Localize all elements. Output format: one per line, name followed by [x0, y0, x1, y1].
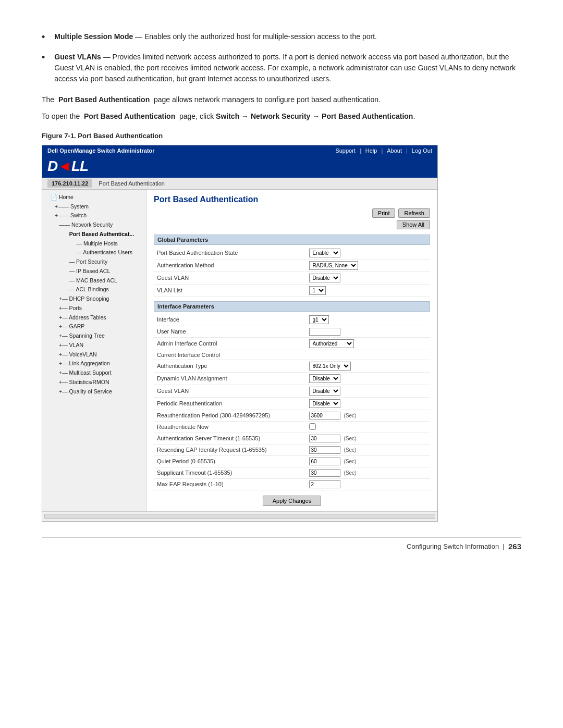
print-button[interactable]: Print [372, 208, 396, 218]
iface-control-auth-type: 802.1x OnlyMAC BasedBoth [306, 360, 431, 372]
header-link-logout[interactable]: Log Out [412, 147, 432, 154]
auth-type-select[interactable]: 802.1x OnlyMAC BasedBoth [309, 362, 351, 371]
quiet-period-input[interactable] [309, 458, 340, 465]
global-param-row-3: VLAN List 123 [154, 284, 430, 297]
sidebar-item-qos[interactable]: +— Quality of Service [42, 387, 146, 397]
iface-label-interface: Interface [154, 314, 306, 326]
max-eap-input[interactable] [309, 480, 340, 488]
iface-control-dynamic-vlan: DisableEnable [306, 372, 431, 385]
iface-row-auth-type: Authentication Type 802.1x OnlyMAC Based… [154, 360, 430, 372]
iface-control-interface: g1g2g3 [306, 314, 431, 326]
bullet-text-2: Guest VLANs — Provides limited network a… [54, 52, 521, 84]
reauth-period-input[interactable] [309, 412, 340, 419]
iface-control-quiet-period: (Sec) [306, 455, 431, 467]
interface-params-table: Interface g1g2g3 User Name [154, 314, 430, 490]
page-footer: Configuring Switch Information | 263 [42, 537, 521, 551]
header-sep-2: | [381, 147, 383, 154]
sidebar-item-multicast-support[interactable]: +— Multicast Support [42, 368, 146, 378]
global-param-label-0: Port Based Authentication State [154, 247, 306, 260]
apply-btn-row: Apply Changes [154, 496, 430, 506]
user-name-input[interactable] [309, 328, 340, 336]
sidebar-item-ports[interactable]: +— Ports [42, 304, 146, 313]
bullet-dot-1: • [42, 30, 45, 44]
header-link-support[interactable]: Support [335, 147, 356, 154]
sidebar-item-ip-based-acl[interactable]: — IP Based ACL [42, 267, 146, 276]
scrollbar-row [42, 511, 437, 521]
auth-state-select[interactable]: EnableDisable [309, 249, 340, 257]
guest-vlan-global-select[interactable]: DisableEnable [309, 274, 340, 282]
sidebar-item-garp[interactable]: +— GARP [42, 322, 146, 331]
header-link-about[interactable]: About [387, 147, 402, 154]
admin-interface-control-select[interactable]: AuthorizedUnauthorizedAuto [309, 339, 354, 348]
iface-label-server-timeout: Authentication Server Timeout (1-65535) [154, 433, 306, 444]
global-params-table: Port Based Authentication State EnableDi… [154, 247, 430, 297]
sidebar-item-multiple-hosts[interactable]: — Multiple Hosts [42, 239, 146, 249]
supplicant-timeout-input[interactable] [309, 469, 340, 477]
sidebar-item-port-security[interactable]: — Port Security [42, 257, 146, 267]
iface-row-guest-vlan: Guest VLAN DisableEnable [154, 385, 430, 397]
admin-header-title: Dell OpenManage Switch Administrator [47, 147, 155, 154]
sidebar-item-vlan[interactable]: +— VLAN [42, 341, 146, 350]
sidebar-item-address-tables[interactable]: +— Address Tables [42, 313, 146, 323]
main-content: Port Based Authentication Print Refresh … [146, 190, 437, 511]
sidebar-item-mac-based-acl[interactable]: — MAC Based ACL [42, 276, 146, 286]
iface-label-guest-vlan: Guest VLAN [154, 385, 306, 397]
iface-row-quiet-period: Quiet Period (0-65535) (Sec) [154, 455, 430, 467]
sidebar-item-system[interactable]: +—— System [42, 202, 146, 212]
bullet-dot-2: • [42, 51, 45, 84]
breadcrumb-page: Port Based Authentication [99, 180, 165, 187]
sidebar: 📄 Home +—— System +—— Switch —— Network … [42, 190, 146, 511]
vlan-list-select[interactable]: 123 [309, 286, 326, 295]
sidebar-item-spanning-tree[interactable]: +— Spanning Tree [42, 331, 146, 341]
iface-row-reauth-now: Reauthenticate Now [154, 421, 430, 433]
iface-label-max-eap: Max EAP Requests (1-10) [154, 478, 306, 490]
global-param-label-1: Authentication Method [154, 259, 306, 272]
scrollbar-track[interactable] [44, 514, 435, 519]
main-title: Port Based Authentication [154, 195, 430, 204]
server-timeout-input[interactable] [309, 435, 340, 442]
iface-row-periodic-reauth: Periodic Reauthentication DisableEnable [154, 397, 430, 410]
apply-changes-button[interactable]: Apply Changes [263, 496, 322, 506]
header-link-help[interactable]: Help [365, 147, 377, 154]
sidebar-item-home[interactable]: 📄 Home [42, 193, 146, 202]
iface-row-server-timeout: Authentication Server Timeout (1-65535) … [154, 433, 430, 444]
refresh-button[interactable]: Refresh [398, 208, 430, 218]
iface-row-max-eap: Max EAP Requests (1-10) [154, 478, 430, 490]
sidebar-item-statistics-rmon[interactable]: +— Statistics/RMON [42, 378, 146, 387]
eap-identity-unit: (Sec) [344, 447, 357, 453]
iface-label-dynamic-vlan: Dynamic VLAN Assignment [154, 372, 306, 385]
iface-row-interface: Interface g1g2g3 [154, 314, 430, 326]
iface-row-eap-identity: Resending EAP Identity Request (1-65535)… [154, 444, 430, 455]
reauth-now-checkbox[interactable] [309, 423, 316, 430]
intro2-bold2: Switch → Network Security → Port Based A… [216, 112, 413, 120]
bullet-desc-1: — Enables only the authorized host for m… [133, 32, 377, 41]
sidebar-item-network-security[interactable]: —— Network Security [42, 220, 146, 230]
iface-label-current-ctrl: Current Interface Control [154, 350, 306, 360]
bullet-item-1: • Multiple Session Mode — Enables only t… [42, 31, 521, 44]
sidebar-item-port-based-auth[interactable]: Port Based Authenticat... [42, 230, 146, 239]
bullet-term-1: Multiple Session Mode [54, 32, 133, 41]
iface-label-periodic-reauth: Periodic Reauthentication [154, 397, 306, 410]
iface-label-supplicant-timeout: Supplicant Timeout (1-65535) [154, 467, 306, 478]
sidebar-item-switch[interactable]: +—— Switch [42, 211, 146, 220]
sidebar-item-voice-vlan[interactable]: +— VoiceVLAN [42, 350, 146, 360]
sidebar-item-acl-bindings[interactable]: — ACL Bindings [42, 285, 146, 294]
sidebar-item-authenticated-users[interactable]: — Authenticated Users [42, 248, 146, 257]
sidebar-item-link-aggregation[interactable]: +— Link Aggregation [42, 359, 146, 368]
iface-control-server-timeout: (Sec) [306, 433, 431, 444]
iface-label-quiet-period: Quiet Period (0-65535) [154, 455, 306, 467]
auth-method-select[interactable]: RADIUS, NoneRADIUSNone [309, 261, 358, 270]
global-param-row-2: Guest VLAN DisableEnable [154, 272, 430, 284]
dynamic-vlan-select[interactable]: DisableEnable [309, 374, 340, 383]
eap-identity-input[interactable] [309, 446, 340, 454]
iface-row-username: User Name [154, 326, 430, 337]
footer-text: Configuring Switch Information [407, 542, 499, 550]
sidebar-item-dhcp-snooping[interactable]: +— DHCP Snooping [42, 294, 146, 304]
periodic-reauth-select[interactable]: DisableEnable [309, 399, 340, 408]
bullet-text-1: Multiple Session Mode — Enables only the… [54, 31, 521, 44]
interface-select[interactable]: g1g2g3 [309, 315, 329, 324]
intro2-bold1: Port Based Authentication [84, 112, 175, 120]
footer-separator: | [503, 542, 504, 550]
guest-vlan-iface-select[interactable]: DisableEnable [309, 387, 340, 396]
show-all-button[interactable]: Show All [397, 220, 430, 229]
